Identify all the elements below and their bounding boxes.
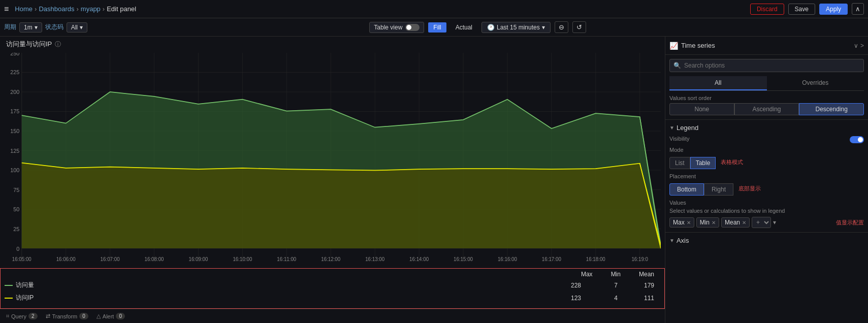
transform-label: Transform <box>52 313 78 319</box>
svg-text:16:10:00: 16:10:00 <box>233 256 252 262</box>
legend-section-header[interactable]: ▼ Legend <box>669 124 864 132</box>
svg-text:16:17:00: 16:17:00 <box>542 256 561 262</box>
toolbar-left: 周期 1m ▾ 状态码 All ▾ <box>4 22 87 33</box>
placement-right-button[interactable]: Right <box>704 183 733 196</box>
sort-descending-button[interactable]: Descending <box>799 103 864 115</box>
breadcrumb: Home › Dashboards › myapp › Edit panel <box>15 5 136 13</box>
tab-overrides[interactable]: Overrides <box>767 76 864 90</box>
add-value-select[interactable]: + <box>752 217 771 228</box>
sort-order-label: Values sort order <box>669 95 864 101</box>
breadcrumb-home[interactable]: Home <box>15 5 33 13</box>
interval-select[interactable]: 1m ▾ <box>19 22 42 33</box>
placement-label: Placement <box>669 173 864 179</box>
right-panel-body: 🔍 All Overrides Values sort order None A… <box>665 55 868 323</box>
svg-text:225: 225 <box>10 69 19 75</box>
axis-section-title: Axis <box>677 237 689 244</box>
legend-collapse-icon: ▼ <box>669 125 674 131</box>
legend-min-1: 4 <box>599 295 618 302</box>
placement-bottom-button[interactable]: Bottom <box>669 183 704 196</box>
filter-select[interactable]: All ▾ <box>67 22 87 33</box>
value-tag-mean: Mean ✕ <box>721 217 750 228</box>
menu-icon[interactable]: ≡ <box>4 5 9 14</box>
sort-ascending-button[interactable]: Ascending <box>734 103 799 115</box>
refresh-button[interactable]: ↺ <box>572 21 586 33</box>
interval-value: 1m <box>24 24 33 31</box>
time-range-picker[interactable]: 🕐 Last 15 minutes ▾ <box>481 22 551 33</box>
svg-text:16:09:00: 16:09:00 <box>188 256 208 262</box>
query-count: 2 <box>28 313 38 319</box>
breadcrumb-dashboards[interactable]: Dashboards <box>39 5 74 13</box>
svg-text:200: 200 <box>10 89 19 95</box>
svg-text:150: 150 <box>10 128 19 134</box>
save-button[interactable]: Save <box>788 4 815 15</box>
search-icon: 🔍 <box>673 62 681 69</box>
info-icon[interactable]: ⓘ <box>55 40 61 49</box>
transform-icon: ⇄ <box>46 313 50 319</box>
svg-text:16:16:00: 16:16:00 <box>498 256 517 262</box>
chart-svg: 250 225 200 175 150 125 100 75 50 25 0 <box>4 53 661 268</box>
transform-section[interactable]: ⇄ Transform 0 <box>46 313 88 319</box>
legend-max-header: Max <box>581 271 593 278</box>
value-tags: Max ✕ Min ✕ Mean ✕ + <box>669 217 776 228</box>
axis-section-header[interactable]: ▼ Axis <box>669 237 864 244</box>
alert-section[interactable]: △ Alert 0 <box>97 313 125 319</box>
visibility-label: Visibility <box>669 136 690 142</box>
panel-area: 访问量与访问IP ⓘ <box>0 37 665 323</box>
fill-button[interactable]: Fill <box>428 22 446 33</box>
search-input[interactable] <box>669 59 864 72</box>
remove-min-button[interactable]: ✕ <box>712 220 716 225</box>
apply-button[interactable]: Apply <box>819 4 848 15</box>
breadcrumb-myapp[interactable]: myapp <box>81 5 101 13</box>
visibility-knob <box>858 137 863 142</box>
time-range-value: Last 15 minutes <box>497 24 540 31</box>
breadcrumb-sep-3: › <box>103 5 105 13</box>
chevron-right-icon[interactable]: > <box>860 42 864 49</box>
discard-button[interactable]: Discard <box>750 4 784 15</box>
svg-text:50: 50 <box>13 206 19 212</box>
time-range-chevron-icon: ▾ <box>542 24 545 31</box>
svg-text:16:15:00: 16:15:00 <box>454 256 473 262</box>
sort-none-button[interactable]: None <box>669 103 734 115</box>
table-view-switch[interactable] <box>405 24 420 31</box>
svg-text:25: 25 <box>13 225 19 232</box>
table-view-label: Table view <box>374 24 402 31</box>
legend-row-1: 访问IP 123 4 111 <box>5 293 660 303</box>
svg-text:16:08:00: 16:08:00 <box>145 256 164 262</box>
panel-header: 访问量与访问IP ⓘ <box>0 37 665 51</box>
filter-value: All <box>71 24 78 31</box>
actual-button[interactable]: Actual <box>451 22 477 33</box>
value-tag-max-label: Max <box>673 219 685 226</box>
tab-all[interactable]: All <box>669 76 767 90</box>
table-view-toggle[interactable]: Table view <box>369 22 424 33</box>
visibility-toggle[interactable] <box>850 136 864 143</box>
bottom-bar: ⌗ Query 2 ⇄ Transform 0 △ Alert 0 <box>0 309 665 323</box>
placement-annotation: 底部显示 <box>738 185 761 192</box>
right-panel: 📈 Time series ∨ > 🔍 All Overrides Values… <box>665 37 868 323</box>
panel-header-actions: ∨ > <box>854 42 864 49</box>
remove-max-button[interactable]: ✕ <box>687 220 691 225</box>
legend-mean-1: 111 <box>636 295 654 302</box>
mode-table-button[interactable]: Table <box>690 157 716 169</box>
chart-type-icon: 📈 <box>669 42 678 50</box>
sort-order-buttons: None Ascending Descending <box>669 103 864 115</box>
svg-text:16:07:00: 16:07:00 <box>101 256 120 262</box>
svg-text:0: 0 <box>16 245 19 251</box>
legend-color-1 <box>5 298 13 299</box>
right-panel-header: 📈 Time series ∨ > <box>665 37 868 55</box>
transform-count: 0 <box>79 313 88 319</box>
legend-max-1: 123 <box>563 295 581 302</box>
collapse-button[interactable]: ∧ <box>852 3 864 15</box>
chevron-down-icon[interactable]: ∨ <box>854 42 858 49</box>
zoom-out-button[interactable]: ⊖ <box>555 21 568 33</box>
svg-text:16:11:00: 16:11:00 <box>277 256 296 262</box>
alert-icon: △ <box>97 313 101 319</box>
mode-annotation: 表格模式 <box>721 158 743 166</box>
panel-title: 访问量与访问IP <box>6 40 52 49</box>
legend-section: ▼ Legend Visibility Mode List Table <box>665 120 868 233</box>
toggle-knob <box>406 25 411 30</box>
mode-list-button[interactable]: List <box>669 157 690 169</box>
chart-container: 250 225 200 175 150 125 100 75 50 25 0 <box>0 51 665 268</box>
remove-mean-button[interactable]: ✕ <box>742 220 746 225</box>
legend-table: Max Min Mean 访问量 228 7 179 访问IP 123 4 <box>0 268 665 309</box>
query-section[interactable]: ⌗ Query 2 <box>6 313 38 319</box>
